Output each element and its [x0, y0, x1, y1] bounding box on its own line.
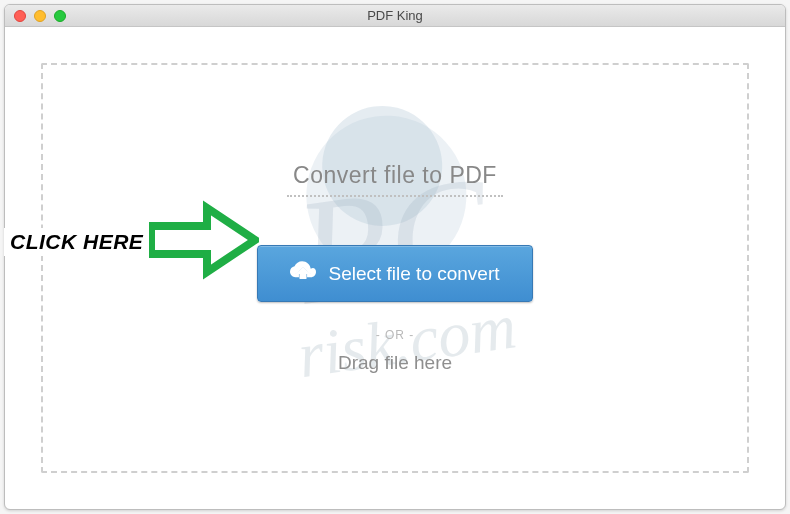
cloud-upload-icon	[290, 260, 316, 287]
select-file-button[interactable]: Select file to convert	[257, 245, 532, 302]
window-title: PDF King	[5, 5, 785, 27]
close-icon[interactable]	[14, 10, 26, 22]
or-divider: - OR -	[376, 328, 415, 342]
drop-zone[interactable]: Convert file to PDF Select file to conve…	[41, 63, 749, 473]
minimize-icon[interactable]	[34, 10, 46, 22]
select-file-button-label: Select file to convert	[328, 263, 499, 285]
window-controls	[14, 10, 66, 22]
drag-hint: Drag file here	[338, 352, 452, 374]
page-title: Convert file to PDF	[287, 162, 503, 197]
titlebar: PDF King	[5, 5, 785, 27]
zoom-icon[interactable]	[54, 10, 66, 22]
app-window: PDF King PC risk.com Convert file to PDF…	[4, 4, 786, 510]
